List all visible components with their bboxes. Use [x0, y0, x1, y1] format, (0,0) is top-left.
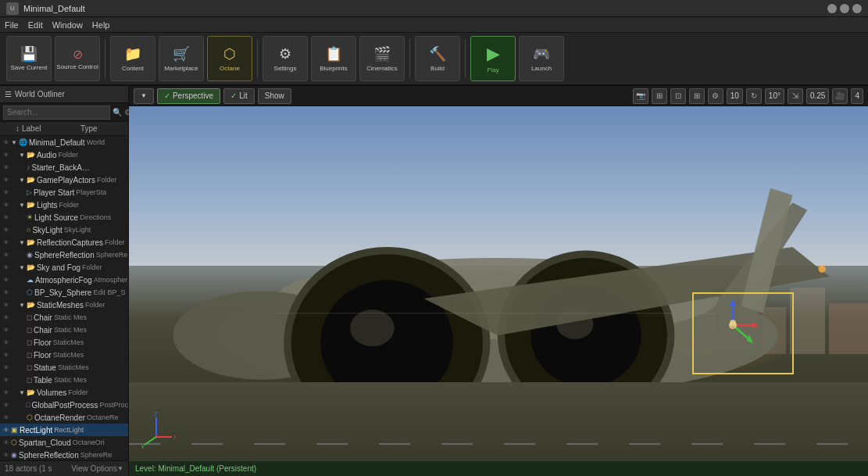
- expand-icon: ▼: [19, 152, 25, 159]
- build-icon: 🔨: [429, 45, 446, 63]
- source-control-button[interactable]: ⊘ Source Control: [55, 36, 100, 81]
- view-options-button[interactable]: View Options: [71, 464, 117, 473]
- tree-item-skylight[interactable]: 👁 ○ SkyLight SkyLight: [0, 224, 128, 236]
- launch-icon: 🎮: [533, 45, 550, 63]
- tree-item-sphererefl2[interactable]: 👁 ◉ SphereReflection SphereRe: [0, 449, 128, 460]
- item-name: Volumes: [37, 388, 66, 397]
- tree-item-globalpost[interactable]: 👁 □ GlobalPostProcess PostProc: [0, 399, 128, 411]
- tree-item-octanerender[interactable]: 👁 ⬡ OctaneRender OctaneRe: [0, 411, 128, 424]
- item-type: Directions: [80, 213, 111, 221]
- item-type: Folder: [68, 388, 88, 396]
- source-control-icon: ⊘: [73, 47, 83, 62]
- folder-icon: 📂: [27, 263, 35, 271]
- angle-value[interactable]: 10°: [765, 88, 784, 104]
- tree-item-volumes[interactable]: 👁 ▼ 📂 Volumes Folder: [0, 386, 128, 399]
- cam-speed-icon[interactable]: 🎥: [832, 88, 848, 104]
- tree-item-statue[interactable]: 👁 ◻ Statue StaticMes: [0, 361, 128, 374]
- visibility-icon: 👁: [3, 352, 9, 359]
- mesh-icon: ◻: [27, 313, 32, 321]
- item-name: StaticMeshes: [37, 301, 84, 310]
- menu-file[interactable]: File: [5, 20, 19, 30]
- actor-count: 18 actors (1 s: [5, 464, 52, 473]
- tree-item-spartan[interactable]: 👁 ⬡ Spartan_Cloud OctaneOri: [0, 436, 128, 449]
- mesh-icon: ◻: [27, 326, 32, 334]
- app-title: Minimal_Default: [23, 4, 85, 13]
- grid-icon-btn[interactable]: ⊞: [652, 88, 667, 104]
- tree-item-floor2[interactable]: 👁 ◻ Floor StaticMes: [0, 349, 128, 361]
- folder-icon: 📂: [27, 176, 35, 184]
- menu-bar: File Edit Window Help: [0, 17, 868, 33]
- tree-item-starter[interactable]: 👁 ♪ Starter_BackAmbientS: [0, 161, 128, 174]
- tree-item-chair2[interactable]: 👁 ◻ Chair Static Mes: [0, 324, 128, 336]
- launch-button[interactable]: 🎮 Launch: [519, 36, 564, 81]
- tree-item-staticmeshes[interactable]: 👁 ▼ 📂 StaticMeshes Folder: [0, 299, 128, 311]
- item-name: Player Start: [34, 188, 74, 197]
- tree-item-audio[interactable]: 👁 ▼ 📂 Audio Folder: [0, 149, 128, 161]
- tree-item-table[interactable]: 👁 ◻ Table Static Mes: [0, 374, 128, 386]
- grid-scale-icon-btn[interactable]: ⚙: [708, 88, 723, 104]
- scale-value[interactable]: 0.25: [806, 88, 829, 104]
- maximize-button[interactable]: [840, 4, 849, 13]
- item-name: Chair: [34, 326, 52, 335]
- content-button[interactable]: 📁 Content: [110, 36, 155, 81]
- grid-value[interactable]: 10: [727, 88, 743, 104]
- cinematics-button[interactable]: 🎬 Cinematics: [359, 36, 405, 81]
- show-button[interactable]: Show: [258, 88, 291, 104]
- scale-snap-icon[interactable]: ⇲: [788, 88, 803, 104]
- tree-item-chair1[interactable]: 👁 ◻ Chair Static Mes: [0, 311, 128, 324]
- cam-speed-value[interactable]: 4: [851, 88, 863, 104]
- tree-item-atmofog[interactable]: 👁 ☁ AtmosphericFog Atmospher: [0, 274, 128, 286]
- blueprints-button[interactable]: 📋 Blueprints: [311, 36, 356, 81]
- close-button[interactable]: [852, 4, 862, 13]
- camera-icon-btn[interactable]: 📷: [633, 88, 648, 104]
- tree-item-lights[interactable]: 👁 ▼ 📂 Lights Folder: [0, 199, 128, 211]
- app-icon: U: [6, 2, 19, 15]
- tree-item-root[interactable]: 👁 ▼ 🌐 Minimal_Default World: [0, 136, 128, 149]
- tree-item-bpsky[interactable]: 👁 ⬡ BP_Sky_Sphere Edit BP_S: [0, 286, 128, 299]
- play-button[interactable]: ▶ Play: [470, 36, 516, 81]
- blueprints-icon: 📋: [325, 45, 342, 63]
- visibility-icon: 👁: [3, 327, 9, 334]
- perspective-button[interactable]: ✓ Perspective: [157, 88, 220, 104]
- expand-icon: ▼: [11, 139, 17, 146]
- axis-indicator: Z X Y: [137, 410, 168, 441]
- build-button[interactable]: 🔨 Build: [415, 36, 460, 81]
- minimize-button[interactable]: [827, 4, 837, 13]
- lit-button[interactable]: ✓ Lit: [223, 88, 255, 104]
- sphere2-icon: ◉: [11, 451, 17, 459]
- tree-item-floor1[interactable]: 👁 ◻ Floor StaticMes: [0, 336, 128, 349]
- col-label-header[interactable]: ↕Label: [0, 124, 77, 133]
- visibility-icon: 👁: [3, 414, 9, 421]
- search-input[interactable]: [3, 106, 110, 120]
- visibility-icon: 👁: [3, 152, 9, 159]
- tree-item-rectlight[interactable]: 👁 ▣ RectLight RectLight: [0, 424, 128, 436]
- visibility-icon: 👁: [3, 289, 9, 296]
- menu-help[interactable]: Help: [92, 20, 110, 30]
- tree-item-sphererefl[interactable]: 👁 ◉ SphereReflection SphereRe: [0, 249, 128, 261]
- snap-icon-btn[interactable]: ⊡: [670, 88, 686, 104]
- grid-snap-icon-btn[interactable]: ⊞: [689, 88, 705, 104]
- light-icon: ☀: [27, 213, 33, 221]
- menu-window[interactable]: Window: [52, 20, 83, 30]
- svg-marker-32: [752, 322, 759, 328]
- menu-edit[interactable]: Edit: [28, 20, 43, 30]
- viewport[interactable]: ▼ ✓ Perspective ✓ Lit Show 📷 ⊞ ⊡ ⊞: [129, 86, 868, 476]
- tree-item-gameplay[interactable]: 👁 ▼ 📂 GamePlayActors Folder: [0, 174, 128, 186]
- content-icon: 📁: [124, 45, 141, 63]
- octane-button[interactable]: ⬡ Octane: [207, 36, 252, 81]
- transform-gizmo: [705, 298, 752, 345]
- tree-item-skyfog[interactable]: 👁 ▼ 📂 Sky and Fog Folder: [0, 261, 128, 274]
- tree-item-playerstart[interactable]: 👁 ▷ Player Start PlayerSta: [0, 186, 128, 199]
- rotate-snap-icon[interactable]: ↻: [746, 88, 762, 104]
- item-name: Floor: [34, 338, 52, 347]
- perspective-dropdown[interactable]: ▼: [134, 88, 154, 104]
- tree-item-lightsource[interactable]: 👁 ☀ Light Source Directions: [0, 211, 128, 224]
- tree-item-reflcap[interactable]: 👁 ▼ 📂 ReflectionCaptures Folder: [0, 236, 128, 249]
- visibility-icon: 👁: [3, 239, 9, 246]
- col-type-header[interactable]: Type: [77, 124, 128, 133]
- visibility-icon: 👁: [3, 439, 9, 446]
- settings-button[interactable]: ⚙ Settings: [263, 36, 308, 81]
- marketplace-button[interactable]: 🛒 Marketplace: [159, 36, 204, 81]
- svg-line-40: [145, 437, 156, 445]
- save-current-button[interactable]: 💾 Save Current: [6, 36, 52, 81]
